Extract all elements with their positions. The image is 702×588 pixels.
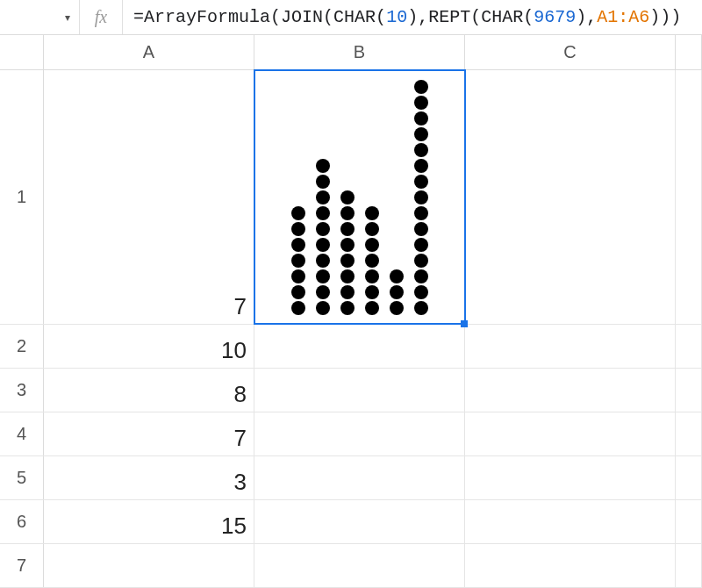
formula-input[interactable]: =ArrayFormula(JOIN(CHAR(10),REPT(CHAR(96… [123,0,702,34]
dot-icon [316,159,330,173]
cell-C2[interactable] [465,325,676,368]
formula-token: ( [270,7,281,27]
name-box[interactable]: ▾ [0,0,79,34]
row-header-7[interactable]: 7 [0,544,44,587]
cell-value: 10 [221,337,247,364]
dot-icon [340,285,355,299]
formula-token: CHAR [333,7,376,27]
fx-icon: fx [95,7,107,27]
dot-icon [414,269,428,283]
cell-C1[interactable] [465,70,676,324]
dot-column [365,206,379,315]
dot-icon [316,285,330,299]
dot-icon [316,206,330,220]
cell-A3[interactable]: 8 [44,369,254,412]
dot-chart [254,70,464,324]
cell-rest-7[interactable] [676,544,702,587]
row-header-4[interactable]: 4 [0,412,44,455]
cell-A5[interactable]: 3 [44,456,254,499]
cell-A1[interactable]: 7 [44,70,254,324]
dot-icon [291,206,305,220]
formula-token: , [586,7,597,27]
cell-C4[interactable] [465,412,676,455]
row-header-3[interactable]: 3 [0,369,44,412]
row-header-1[interactable]: 1 [0,70,44,324]
cell-A7[interactable] [44,544,254,587]
dot-icon [365,269,379,283]
dot-icon [316,190,330,204]
cell-value: 8 [234,381,247,408]
cell-rest-1[interactable] [676,70,702,324]
cell-A2[interactable]: 10 [44,325,254,368]
cell-B6[interactable] [254,500,465,543]
selection-handle[interactable] [461,320,468,327]
chevron-down-icon: ▾ [65,11,70,24]
cell-value: 7 [234,293,247,320]
row-header-6[interactable]: 6 [0,500,44,543]
row-6: 6 15 [0,500,702,544]
cell-C6[interactable] [465,500,676,543]
dot-icon [414,143,428,157]
column-headers: A B C [0,35,702,70]
dot-icon [390,285,404,299]
formula-token: A1:A6 [597,7,649,27]
dot-icon [316,238,330,252]
cell-rest-6[interactable] [676,500,702,543]
column-header-rest[interactable] [676,35,702,69]
cell-B2[interactable] [254,325,465,368]
dot-column [340,190,355,315]
dot-icon [316,222,330,236]
dot-icon [340,190,355,204]
dot-icon [340,238,355,252]
select-all-corner[interactable] [0,35,44,69]
dot-icon [340,269,355,283]
row-7: 7 [0,544,702,588]
cell-rest-4[interactable] [676,412,702,455]
dot-icon [291,301,305,315]
dot-icon [414,159,428,173]
dot-icon [414,238,428,252]
spreadsheet-grid: A B C 1 7 2 10 3 8 [0,35,702,588]
cell-B4[interactable] [254,412,465,455]
dot-icon [316,254,330,268]
dot-icon [414,301,428,315]
dot-icon [414,222,428,236]
cell-A6[interactable]: 15 [44,500,254,543]
formula-token: = [133,7,144,27]
dot-icon [414,254,428,268]
dot-column [414,80,428,315]
fx-box[interactable]: fx [79,0,123,34]
row-4: 4 7 [0,412,702,456]
cell-B3[interactable] [254,369,465,412]
cell-C5[interactable] [465,456,676,499]
dot-icon [414,175,428,189]
dot-icon [365,206,379,220]
cell-rest-5[interactable] [676,456,702,499]
cell-A4[interactable]: 7 [44,412,254,455]
formula-bar: ▾ fx =ArrayFormula(JOIN(CHAR(10),REPT(CH… [0,0,702,35]
column-header-A[interactable]: A [44,35,254,69]
row-header-5[interactable]: 5 [0,456,44,499]
dot-icon [291,254,305,268]
dot-icon [316,269,330,283]
dot-icon [414,111,428,125]
dot-icon [414,190,428,204]
dot-icon [414,80,428,94]
dot-icon [365,301,379,315]
column-header-C[interactable]: C [465,35,676,69]
cell-C7[interactable] [465,544,676,587]
cell-rest-2[interactable] [676,325,702,368]
formula-token: 10 [386,7,407,27]
cell-rest-3[interactable] [676,369,702,412]
dot-icon [414,206,428,220]
formula-token: 9679 [534,7,576,27]
cell-B7[interactable] [254,544,465,587]
cell-C3[interactable] [465,369,676,412]
row-header-2[interactable]: 2 [0,325,44,368]
cell-B5[interactable] [254,456,465,499]
dot-icon [414,285,428,299]
column-header-B[interactable]: B [254,35,465,69]
cell-B1[interactable] [254,70,465,324]
cell-value: 3 [234,469,247,496]
dot-icon [340,206,355,220]
